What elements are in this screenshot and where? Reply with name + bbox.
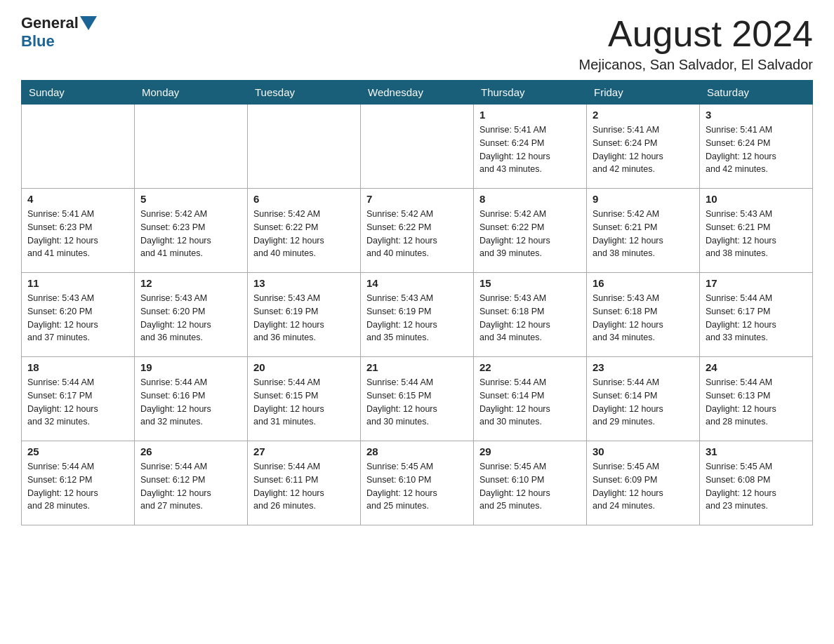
calendar-cell: 14Sunrise: 5:43 AMSunset: 6:19 PMDayligh…	[361, 273, 474, 357]
day-info: Sunrise: 5:45 AMSunset: 6:08 PMDaylight:…	[706, 460, 807, 513]
calendar-cell: 18Sunrise: 5:44 AMSunset: 6:17 PMDayligh…	[22, 357, 135, 441]
calendar-cell: 16Sunrise: 5:43 AMSunset: 6:18 PMDayligh…	[587, 273, 700, 357]
logo-blue-text: Blue	[21, 32, 55, 50]
calendar-cell: 30Sunrise: 5:45 AMSunset: 6:09 PMDayligh…	[587, 441, 700, 525]
logo: General Blue	[21, 14, 98, 51]
day-number: 4	[27, 193, 128, 205]
day-number: 28	[366, 445, 468, 457]
calendar-week-row: 25Sunrise: 5:44 AMSunset: 6:12 PMDayligh…	[22, 441, 813, 525]
day-info: Sunrise: 5:44 AMSunset: 6:15 PMDaylight:…	[253, 376, 355, 429]
calendar-header-sunday: Sunday	[22, 81, 135, 105]
day-number: 17	[706, 277, 807, 289]
title-block: August 2024 Mejicanos, San Salvador, El …	[578, 14, 813, 73]
day-number: 14	[366, 277, 468, 289]
calendar-header-saturday: Saturday	[700, 81, 813, 105]
calendar-cell: 29Sunrise: 5:45 AMSunset: 6:10 PMDayligh…	[474, 441, 587, 525]
calendar-cell: 7Sunrise: 5:42 AMSunset: 6:22 PMDaylight…	[361, 189, 474, 273]
day-info: Sunrise: 5:42 AMSunset: 6:21 PMDaylight:…	[593, 208, 694, 260]
calendar-cell: 8Sunrise: 5:42 AMSunset: 6:22 PMDaylight…	[474, 189, 587, 273]
calendar-cell: 21Sunrise: 5:44 AMSunset: 6:15 PMDayligh…	[361, 357, 474, 441]
day-info: Sunrise: 5:44 AMSunset: 6:11 PMDaylight:…	[253, 460, 355, 513]
calendar-cell: 27Sunrise: 5:44 AMSunset: 6:11 PMDayligh…	[248, 441, 361, 525]
page-subtitle: Mejicanos, San Salvador, El Salvador	[578, 57, 813, 73]
calendar-cell: 17Sunrise: 5:44 AMSunset: 6:17 PMDayligh…	[700, 273, 813, 357]
calendar-cell	[135, 105, 248, 189]
day-number: 8	[479, 193, 581, 205]
day-number: 29	[479, 445, 581, 457]
day-info: Sunrise: 5:45 AMSunset: 6:10 PMDaylight:…	[366, 460, 468, 513]
calendar-cell	[248, 105, 361, 189]
calendar-cell	[361, 105, 474, 189]
calendar-header-friday: Friday	[587, 81, 700, 105]
day-info: Sunrise: 5:41 AMSunset: 6:24 PMDaylight:…	[593, 123, 694, 176]
page-header: General Blue August 2024 Mejicanos, San …	[21, 14, 813, 73]
day-number: 13	[253, 277, 355, 289]
day-number: 21	[366, 361, 468, 373]
day-info: Sunrise: 5:44 AMSunset: 6:13 PMDaylight:…	[706, 376, 807, 429]
calendar-cell: 19Sunrise: 5:44 AMSunset: 6:16 PMDayligh…	[135, 357, 248, 441]
calendar-header-tuesday: Tuesday	[248, 81, 361, 105]
calendar-cell: 15Sunrise: 5:43 AMSunset: 6:18 PMDayligh…	[474, 273, 587, 357]
calendar-week-row: 11Sunrise: 5:43 AMSunset: 6:20 PMDayligh…	[22, 273, 813, 357]
calendar-cell: 1Sunrise: 5:41 AMSunset: 6:24 PMDaylight…	[474, 105, 587, 189]
calendar-cell: 22Sunrise: 5:44 AMSunset: 6:14 PMDayligh…	[474, 357, 587, 441]
day-info: Sunrise: 5:41 AMSunset: 6:24 PMDaylight:…	[706, 123, 807, 176]
day-info: Sunrise: 5:44 AMSunset: 6:14 PMDaylight:…	[479, 376, 581, 429]
day-number: 18	[27, 361, 128, 373]
day-info: Sunrise: 5:43 AMSunset: 6:18 PMDaylight:…	[479, 292, 581, 344]
calendar-week-row: 18Sunrise: 5:44 AMSunset: 6:17 PMDayligh…	[22, 357, 813, 441]
day-number: 22	[479, 361, 581, 373]
day-info: Sunrise: 5:42 AMSunset: 6:22 PMDaylight:…	[366, 208, 468, 260]
calendar-cell: 20Sunrise: 5:44 AMSunset: 6:15 PMDayligh…	[248, 357, 361, 441]
day-number: 7	[366, 193, 468, 205]
day-number: 24	[706, 361, 807, 373]
calendar-table: SundayMondayTuesdayWednesdayThursdayFrid…	[21, 80, 813, 525]
calendar-cell: 31Sunrise: 5:45 AMSunset: 6:08 PMDayligh…	[700, 441, 813, 525]
day-number: 27	[253, 445, 355, 457]
calendar-cell: 12Sunrise: 5:43 AMSunset: 6:20 PMDayligh…	[135, 273, 248, 357]
calendar-cell: 11Sunrise: 5:43 AMSunset: 6:20 PMDayligh…	[22, 273, 135, 357]
calendar-cell	[22, 105, 135, 189]
day-info: Sunrise: 5:43 AMSunset: 6:21 PMDaylight:…	[706, 208, 807, 260]
calendar-cell: 23Sunrise: 5:44 AMSunset: 6:14 PMDayligh…	[587, 357, 700, 441]
day-info: Sunrise: 5:43 AMSunset: 6:19 PMDaylight:…	[366, 292, 468, 344]
calendar-cell: 3Sunrise: 5:41 AMSunset: 6:24 PMDaylight…	[700, 105, 813, 189]
calendar-header-wednesday: Wednesday	[361, 81, 474, 105]
day-number: 12	[140, 277, 241, 289]
day-info: Sunrise: 5:42 AMSunset: 6:22 PMDaylight:…	[479, 208, 581, 260]
day-info: Sunrise: 5:44 AMSunset: 6:16 PMDaylight:…	[140, 376, 241, 429]
calendar-cell: 24Sunrise: 5:44 AMSunset: 6:13 PMDayligh…	[700, 357, 813, 441]
calendar-header-thursday: Thursday	[474, 81, 587, 105]
calendar-header-row: SundayMondayTuesdayWednesdayThursdayFrid…	[22, 81, 813, 105]
day-info: Sunrise: 5:44 AMSunset: 6:17 PMDaylight:…	[706, 292, 807, 344]
day-info: Sunrise: 5:44 AMSunset: 6:14 PMDaylight:…	[593, 376, 694, 429]
day-info: Sunrise: 5:44 AMSunset: 6:12 PMDaylight:…	[27, 460, 128, 513]
day-number: 15	[479, 277, 581, 289]
day-number: 23	[593, 361, 694, 373]
calendar-cell: 9Sunrise: 5:42 AMSunset: 6:21 PMDaylight…	[587, 189, 700, 273]
day-info: Sunrise: 5:43 AMSunset: 6:20 PMDaylight:…	[27, 292, 128, 344]
calendar-cell: 5Sunrise: 5:42 AMSunset: 6:23 PMDaylight…	[135, 189, 248, 273]
day-number: 31	[706, 445, 807, 457]
day-number: 2	[593, 109, 694, 121]
day-number: 6	[253, 193, 355, 205]
day-number: 20	[253, 361, 355, 373]
calendar-cell: 2Sunrise: 5:41 AMSunset: 6:24 PMDaylight…	[587, 105, 700, 189]
day-info: Sunrise: 5:43 AMSunset: 6:20 PMDaylight:…	[140, 292, 241, 344]
day-number: 1	[479, 109, 581, 121]
day-info: Sunrise: 5:45 AMSunset: 6:10 PMDaylight:…	[479, 460, 581, 513]
calendar-cell: 28Sunrise: 5:45 AMSunset: 6:10 PMDayligh…	[361, 441, 474, 525]
day-number: 26	[140, 445, 241, 457]
calendar-cell: 4Sunrise: 5:41 AMSunset: 6:23 PMDaylight…	[22, 189, 135, 273]
day-info: Sunrise: 5:43 AMSunset: 6:18 PMDaylight:…	[593, 292, 694, 344]
day-info: Sunrise: 5:44 AMSunset: 6:15 PMDaylight:…	[366, 376, 468, 429]
day-info: Sunrise: 5:44 AMSunset: 6:12 PMDaylight:…	[140, 460, 241, 513]
calendar-cell: 25Sunrise: 5:44 AMSunset: 6:12 PMDayligh…	[22, 441, 135, 525]
day-number: 16	[593, 277, 694, 289]
day-number: 5	[140, 193, 241, 205]
calendar-cell: 10Sunrise: 5:43 AMSunset: 6:21 PMDayligh…	[700, 189, 813, 273]
day-info: Sunrise: 5:43 AMSunset: 6:19 PMDaylight:…	[253, 292, 355, 344]
day-number: 3	[706, 109, 807, 121]
calendar-cell: 26Sunrise: 5:44 AMSunset: 6:12 PMDayligh…	[135, 441, 248, 525]
day-number: 11	[27, 277, 128, 289]
